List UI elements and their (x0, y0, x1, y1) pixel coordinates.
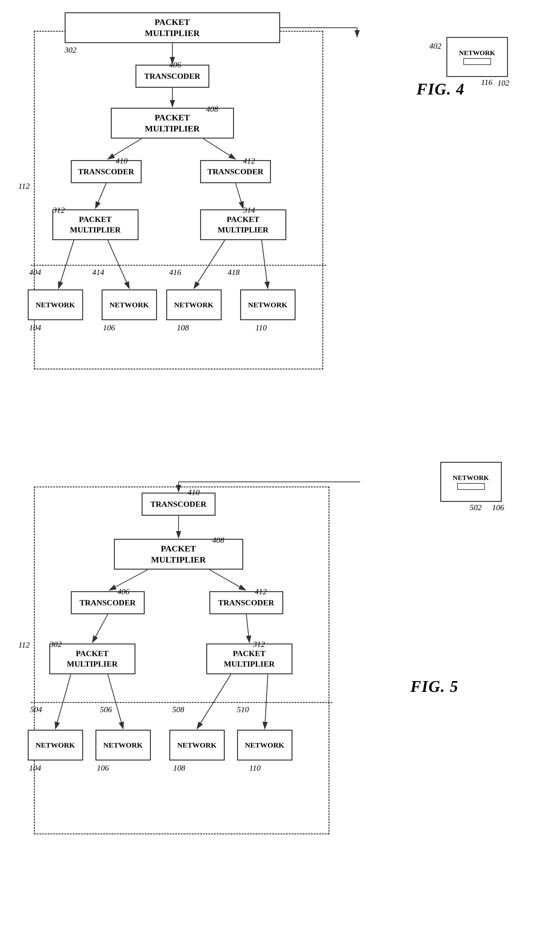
label-414: 414 (92, 268, 104, 277)
transcoder-412-fig5: TRANSCODER (209, 591, 283, 614)
label-410-fig5: 410 (188, 488, 200, 497)
label-112-fig4: 112 (18, 182, 30, 191)
label-412-fig5: 412 (255, 587, 267, 597)
fig5-title: FIG. 5 (410, 678, 458, 696)
label-302-fig4: 302 (65, 46, 77, 55)
label5-104: 104 (29, 763, 41, 773)
network-106: NETWORK (102, 289, 157, 320)
label-504: 504 (30, 705, 42, 714)
network-box-116: NETWORK (446, 37, 508, 77)
label-116: 116 (481, 78, 492, 87)
label-108-fig4: 108 (177, 323, 189, 333)
label-102: 102 (497, 78, 510, 88)
transcoder-410-fig5: TRANSCODER (142, 493, 215, 516)
label-408: 408 (206, 105, 218, 114)
label-412: 412 (243, 156, 255, 166)
fig4-title: FIG. 4 (417, 80, 465, 98)
label-106-tr-fig5: 106 (492, 503, 504, 512)
label-314: 314 (243, 206, 255, 215)
network-label-116: NETWORK (459, 49, 495, 57)
pm-312-fig5: PACKETMULTIPLIER (206, 644, 293, 674)
label-110-fig4: 110 (256, 323, 267, 333)
label5-108: 108 (173, 763, 185, 773)
transcoder-406-fig5: TRANSCODER (71, 591, 145, 614)
label-402: 402 (429, 41, 441, 51)
label-312: 312 (53, 206, 65, 215)
label-106-fig4: 106 (103, 323, 115, 333)
label-508: 508 (172, 705, 185, 714)
pm-302-fig5: PACKETMULTIPLIER (49, 644, 136, 674)
label-406-fig5: 406 (117, 587, 130, 597)
pm-top-fig4: PACKET MULTIPLIER (65, 12, 280, 43)
network-110: NETWORK (240, 289, 296, 320)
label-112-fig5: 112 (18, 640, 30, 650)
label-418: 418 (228, 268, 240, 277)
dashed-separator-fig5 (31, 702, 333, 703)
label-416: 416 (169, 268, 181, 277)
label-312-fig5: 312 (253, 640, 265, 649)
dashed-separator-fig4 (31, 265, 327, 266)
label-406: 406 (169, 60, 181, 70)
transcoder-410: TRANSCODER (71, 160, 142, 183)
label-502: 502 (470, 503, 482, 512)
network-108: NETWORK (166, 289, 222, 320)
label-104-fig4: 104 (29, 323, 41, 333)
label-510: 510 (237, 705, 249, 714)
label-404: 404 (29, 268, 41, 277)
label-410: 410 (116, 156, 128, 166)
transcoder-412: TRANSCODER (200, 160, 271, 183)
figure-4: FIG. 4 112 NETWORK 116 102 402 PACKET MU… (34, 12, 526, 437)
label-302-fig5: 302 (50, 640, 62, 649)
label-506: 506 (100, 705, 112, 714)
network-box-502: NETWORK (440, 462, 502, 502)
network-5-108: NETWORK (169, 730, 225, 760)
label5-106: 106 (97, 763, 109, 773)
network-5-106: NETWORK (95, 730, 151, 760)
pm-312: PACKETMULTIPLIER (52, 209, 139, 240)
network-inner-116 (463, 58, 491, 65)
label5-110: 110 (249, 763, 261, 773)
network-5-110: NETWORK (237, 730, 293, 760)
label-408-fig5: 408 (212, 536, 224, 545)
network-104: NETWORK (28, 289, 83, 320)
figure-5: FIG. 5 112 NETWORK 502 106 TRANSCODER 41… (34, 462, 526, 928)
network-5-104: NETWORK (28, 730, 83, 760)
